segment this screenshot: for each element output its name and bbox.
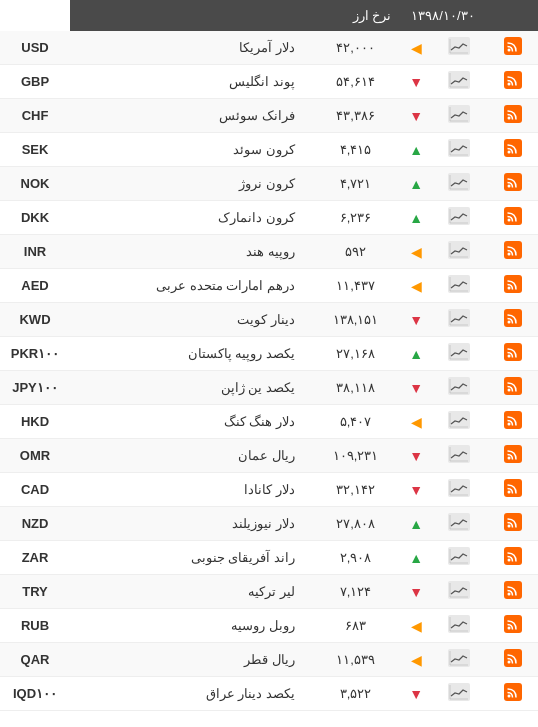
header-title: نرخ ارز xyxy=(70,0,401,31)
arrow-down-icon: ▼ xyxy=(409,448,423,464)
rss-cell[interactable] xyxy=(488,371,538,405)
chart-cell[interactable] xyxy=(431,269,487,303)
currency-name: روبل روسیه xyxy=(70,609,310,643)
table-row: ▼۳,۵۲۲یکصد دینار عراقIQD۱۰۰ xyxy=(0,677,538,711)
rss-icon xyxy=(504,513,522,531)
rss-icon xyxy=(504,275,522,293)
chart-cell[interactable] xyxy=(431,303,487,337)
rss-icon xyxy=(504,649,522,667)
currency-name: کرون دانمارک xyxy=(70,201,310,235)
chart-cell[interactable] xyxy=(431,31,487,65)
arrow-neutral-icon: ◀ xyxy=(411,652,422,668)
rss-cell[interactable] xyxy=(488,609,538,643)
price-cell: ۳۸,۱۱۸ xyxy=(310,371,401,405)
rss-cell[interactable] xyxy=(488,31,538,65)
rss-cell[interactable] xyxy=(488,65,538,99)
rss-cell[interactable] xyxy=(488,133,538,167)
rss-cell[interactable] xyxy=(488,235,538,269)
currency-code: JPY۱۰۰ xyxy=(0,371,70,405)
rss-cell[interactable] xyxy=(488,439,538,473)
chart-cell[interactable] xyxy=(431,235,487,269)
trend-arrow: ▼ xyxy=(401,303,431,337)
arrow-up-icon: ▲ xyxy=(409,516,423,532)
chart-cell[interactable] xyxy=(431,609,487,643)
chart-cell[interactable] xyxy=(431,167,487,201)
svg-rect-85 xyxy=(504,615,522,633)
svg-rect-45 xyxy=(504,343,522,361)
chart-cell[interactable] xyxy=(431,439,487,473)
trend-arrow: ▲ xyxy=(401,507,431,541)
table-row: ▼۱۰۹,۲۳۱ریال عمانOMR xyxy=(0,439,538,473)
svg-rect-30 xyxy=(504,241,522,259)
arrow-neutral-icon: ◀ xyxy=(411,244,422,260)
rss-icon xyxy=(504,105,522,123)
price-cell: ۴,۴۱۵ xyxy=(310,133,401,167)
svg-point-81 xyxy=(507,593,510,596)
currency-code: RUB xyxy=(0,609,70,643)
chart-cell[interactable] xyxy=(431,337,487,371)
rss-icon xyxy=(504,309,522,327)
chart-cell[interactable] xyxy=(431,541,487,575)
rss-cell[interactable] xyxy=(488,643,538,677)
table-row: ▼۱۳۸,۱۵۱دینار کویتKWD xyxy=(0,303,538,337)
chart-cell[interactable] xyxy=(431,133,487,167)
chart-icon xyxy=(448,547,470,565)
table-row: ▼۵۴,۶۱۴پوند انگلیسGBP xyxy=(0,65,538,99)
rss-cell[interactable] xyxy=(488,473,538,507)
chart-cell[interactable] xyxy=(431,371,487,405)
currency-name: فرانک سوئس xyxy=(70,99,310,133)
rss-cell[interactable] xyxy=(488,269,538,303)
chart-icon xyxy=(448,309,470,327)
chart-cell[interactable] xyxy=(431,575,487,609)
table-row: ▲۴,۷۲۱کرون نروژNOK xyxy=(0,167,538,201)
chart-cell[interactable] xyxy=(431,677,487,711)
svg-rect-65 xyxy=(504,479,522,497)
chart-cell[interactable] xyxy=(431,201,487,235)
chart-icon xyxy=(448,71,470,89)
rss-cell[interactable] xyxy=(488,405,538,439)
rss-cell[interactable] xyxy=(488,99,538,133)
currency-name: درهم امارات متحده عربی xyxy=(70,269,310,303)
table-row: ▲۴,۴۱۵کرون سوئدSEK xyxy=(0,133,538,167)
chart-cell[interactable] xyxy=(431,405,487,439)
chart-icon xyxy=(448,377,470,395)
price-cell: ۵۹۲ xyxy=(310,235,401,269)
trend-arrow: ▼ xyxy=(401,439,431,473)
price-cell: ۱۱,۴۳۷ xyxy=(310,269,401,303)
rss-cell[interactable] xyxy=(488,507,538,541)
price-cell: ۳۲,۱۴۲ xyxy=(310,473,401,507)
chart-cell[interactable] xyxy=(431,507,487,541)
svg-rect-60 xyxy=(504,445,522,463)
table-row: ◀۱۱,۵۳۹ریال قطرQAR xyxy=(0,643,538,677)
chart-cell[interactable] xyxy=(431,65,487,99)
price-cell: ۳,۵۲۲ xyxy=(310,677,401,711)
arrow-down-icon: ▼ xyxy=(409,482,423,498)
currency-table: ۱۳۹۸/۱۰/۳۰ نرخ ارز ◀۴۲,۰۰۰دلار آمریکاUSD… xyxy=(0,0,538,711)
currency-name: پوند انگلیس xyxy=(70,65,310,99)
chart-icon xyxy=(448,139,470,157)
rss-cell[interactable] xyxy=(488,337,538,371)
trend-arrow: ▼ xyxy=(401,99,431,133)
price-cell: ۶۸۳ xyxy=(310,609,401,643)
chart-cell[interactable] xyxy=(431,643,487,677)
chart-cell[interactable] xyxy=(431,99,487,133)
svg-point-91 xyxy=(507,661,510,664)
chart-icon xyxy=(448,479,470,497)
rss-cell[interactable] xyxy=(488,167,538,201)
currency-name: کرون سوئد xyxy=(70,133,310,167)
price-cell: ۱۰۹,۲۳۱ xyxy=(310,439,401,473)
rss-cell[interactable] xyxy=(488,575,538,609)
currency-code: INR xyxy=(0,235,70,269)
chart-icon xyxy=(448,683,470,701)
currency-name: لیر ترکیه xyxy=(70,575,310,609)
arrow-down-icon: ▼ xyxy=(409,108,423,124)
chart-cell[interactable] xyxy=(431,473,487,507)
table-row: ◀۴۲,۰۰۰دلار آمریکاUSD xyxy=(0,31,538,65)
rss-cell[interactable] xyxy=(488,201,538,235)
svg-rect-90 xyxy=(504,649,522,667)
currency-name: ریال قطر xyxy=(70,643,310,677)
rss-cell[interactable] xyxy=(488,677,538,711)
svg-rect-95 xyxy=(504,683,522,701)
rss-cell[interactable] xyxy=(488,541,538,575)
rss-cell[interactable] xyxy=(488,303,538,337)
